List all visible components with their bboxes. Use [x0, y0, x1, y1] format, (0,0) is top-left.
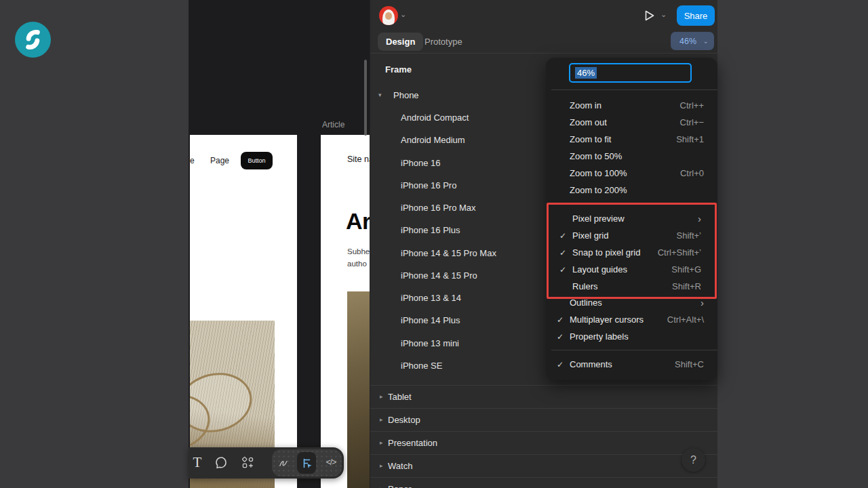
- zoom-chevron-down-icon: ⌄: [703, 37, 709, 45]
- frame-preset-iphone-14-15-pro-max[interactable]: iPhone 14 & 15 Pro Max: [401, 248, 496, 259]
- frame-preset-iphone-16-pro-max[interactable]: iPhone 16 Pro Max: [401, 203, 476, 214]
- frame-title-article[interactable]: Article: [322, 120, 344, 129]
- check-icon: ✓: [557, 332, 570, 342]
- measure-ruler-icon: [301, 458, 313, 469]
- nav-link-page[interactable]: Page: [210, 156, 229, 165]
- menu-item-label: Zoom in: [570, 100, 601, 110]
- dev-tools-group: </>: [272, 449, 342, 476]
- frame-group-paper[interactable]: ▸Paper: [380, 483, 412, 488]
- menu-item-zoom-to-50[interactable]: Zoom to 50%: [546, 148, 717, 165]
- menu-item-pixel-preview[interactable]: Pixel preview›: [549, 210, 715, 227]
- menu-item-shortcut: Shift+C: [675, 359, 704, 369]
- frame-group-desktop[interactable]: ▸Desktop: [380, 413, 420, 426]
- s-swirl-logo-icon: [15, 22, 51, 58]
- frame-group-tablet[interactable]: ▸Tablet: [380, 390, 412, 403]
- tab-design[interactable]: Design: [378, 33, 423, 51]
- canvas-frame-page[interactable]: e Page Button: [190, 135, 297, 488]
- frame-preset-iphone-14-plus[interactable]: iPhone 14 Plus: [401, 315, 460, 326]
- zoom-input-selected-text: 46%: [575, 67, 597, 79]
- check-icon: ✓: [557, 315, 570, 325]
- collapsed-chevron-icon: ▸: [380, 416, 388, 423]
- zoom-input[interactable]: 46%: [569, 63, 692, 83]
- zoom-dropdown-menu: 46% Zoom inCtrl++Zoom outCtrl+−Zoom to f…: [546, 58, 717, 380]
- zoom-level-button[interactable]: 46% ⌄: [671, 32, 714, 50]
- menu-item-label: Zoom out: [570, 117, 607, 127]
- frame-preset-iphone-13-14[interactable]: iPhone 13 & 14: [401, 293, 461, 304]
- menu-item-label: Zoom to 200%: [570, 185, 627, 195]
- menu-item-zoom-to-200[interactable]: Zoom to 200%: [546, 182, 717, 199]
- frame-preset-android-compact[interactable]: Android Compact: [401, 113, 469, 123]
- present-play-icon[interactable]: [642, 8, 656, 23]
- code-icon[interactable]: </>: [321, 458, 341, 467]
- expanded-chevron-icon: ▾: [378, 92, 393, 98]
- frame-panel-header: Frame: [385, 64, 412, 75]
- text-tool-icon[interactable]: T: [190, 454, 205, 471]
- nav-button[interactable]: Button: [241, 152, 273, 169]
- menu-item-shortcut: Shift+G: [671, 264, 701, 274]
- menu-item-multiplayer-cursors[interactable]: ✓Multiplayer cursorsCtrl+Alt+\: [546, 311, 717, 328]
- submenu-arrow-icon: ›: [698, 216, 701, 222]
- actions-icon[interactable]: [241, 456, 254, 472]
- frame-group-phone[interactable]: ▾ Phone: [378, 89, 419, 100]
- user-avatar[interactable]: [379, 6, 398, 25]
- check-icon: ✓: [559, 231, 572, 241]
- share-button[interactable]: Share: [677, 5, 715, 26]
- present-chevron-down-icon[interactable]: ⌄: [660, 10, 667, 19]
- comment-icon[interactable]: [214, 456, 228, 472]
- menu-item-zoom-to-fit[interactable]: Zoom to fitShift+1: [546, 131, 717, 148]
- nav-cut-text: e: [190, 156, 195, 165]
- article-subheading: Subhe autho: [347, 245, 370, 270]
- menu-item-label: Outlines: [570, 298, 602, 308]
- frame-group-watch[interactable]: ▸Watch: [380, 460, 412, 472]
- menu-item-snap-to-pixel-grid[interactable]: ✓Snap to pixel gridCtrl+Shift+’: [549, 244, 715, 261]
- frame-preset-iphone-16-plus[interactable]: iPhone 16 Plus: [401, 225, 460, 236]
- check-icon: ✓: [557, 360, 570, 369]
- menu-item-label: Zoom to fit: [570, 134, 611, 144]
- section-divider: [370, 431, 717, 432]
- collapsed-chevron-icon: ▸: [380, 462, 388, 469]
- frame-preset-iphone-14-15-pro[interactable]: iPhone 14 & 15 Pro: [401, 270, 477, 281]
- menu-item-rulers[interactable]: RulersShift+R: [549, 278, 715, 295]
- submenu-arrow-icon: ›: [701, 300, 704, 306]
- help-button[interactable]: ?: [682, 448, 705, 472]
- measure-tool-selected[interactable]: [297, 452, 316, 474]
- frame-preset-iphone-16-pro[interactable]: iPhone 16 Pro: [401, 180, 456, 191]
- section-divider: [370, 408, 717, 409]
- menu-item-shortcut: Shift+’: [677, 230, 702, 241]
- menu-item-label: Rulers: [572, 281, 598, 291]
- tab-prototype[interactable]: Prototype: [418, 33, 469, 51]
- menu-item-shortcut: Shift+R: [672, 281, 701, 291]
- panel-scrollbar[interactable]: [364, 60, 367, 136]
- section-divider: [370, 477, 717, 478]
- menu-item-shortcut: Ctrl+Shift+’: [658, 247, 701, 258]
- menu-item-shortcut: Ctrl+−: [680, 117, 704, 127]
- check-icon: ✓: [559, 265, 572, 274]
- menu-item-pixel-grid[interactable]: ✓Pixel gridShift+’: [549, 227, 715, 244]
- frame-group-label: Tablet: [388, 392, 412, 402]
- frame-group-presentation[interactable]: ▸Presentation: [380, 436, 437, 449]
- frame-group-label: Paper: [388, 484, 412, 488]
- menu-item-shortcut: Ctrl++: [680, 100, 704, 110]
- menu-item-shortcut: Shift+1: [676, 134, 704, 144]
- zoom-level-value: 46%: [679, 37, 696, 46]
- menu-item-property-labels[interactable]: ✓Property labels: [546, 328, 717, 345]
- frame-preset-iphone-se[interactable]: iPhone SE: [401, 361, 442, 371]
- menu-item-outlines[interactable]: Outlines›: [546, 294, 717, 311]
- menu-item-comments[interactable]: ✓CommentsShift+C: [546, 356, 717, 373]
- menu-divider: [551, 350, 717, 350]
- menu-item-zoom-to-100[interactable]: Zoom to 100%Ctrl+0: [546, 165, 717, 182]
- menu-item-zoom-out[interactable]: Zoom outCtrl+−: [546, 114, 717, 131]
- frame-preset-android-medium[interactable]: Android Medium: [401, 135, 465, 146]
- menu-item-zoom-in[interactable]: Zoom inCtrl++: [546, 97, 717, 114]
- menu-item-label: Layout guides: [572, 264, 627, 274]
- collapsed-chevron-icon: ▸: [380, 393, 388, 400]
- slide-background: e Page Button Article Site na Ar Subhe a…: [0, 0, 868, 488]
- menu-item-label: Zoom to 50%: [570, 151, 622, 161]
- menu-item-layout-guides[interactable]: ✓Layout guidesShift+G: [549, 261, 715, 278]
- annotate-pencil-icon[interactable]: [278, 457, 290, 472]
- frame-preset-iphone-16[interactable]: iPhone 16: [401, 158, 441, 169]
- menu-item-label: Property labels: [570, 331, 629, 342]
- frame-preset-iphone-13-mini[interactable]: iPhone 13 mini: [401, 338, 459, 349]
- avatar-chevron-down-icon[interactable]: ⌄: [400, 10, 406, 19]
- article-heading: Ar: [346, 208, 371, 235]
